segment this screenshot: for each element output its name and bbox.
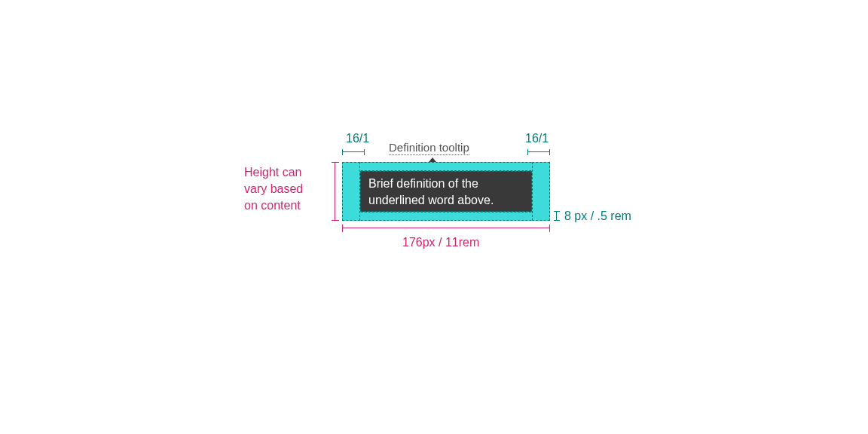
height-annotation: Height can vary based on content [244, 164, 327, 214]
padding-right-bracket-icon [527, 149, 550, 155]
padding-top-highlight [342, 162, 550, 171]
tooltip-text-line2: underlined word above. [368, 194, 494, 206]
padding-left-bracket-icon [342, 149, 365, 155]
height-note-line1: Height can [244, 166, 302, 179]
padding-bottom-highlight [342, 212, 550, 221]
padding-right-label: 16/1 [525, 132, 549, 145]
height-note-line3: on content [244, 199, 301, 212]
width-bracket-icon [342, 225, 550, 232]
height-note-line2: vary based [244, 182, 303, 195]
padding-bottom-label: 8 px / .5 rem [564, 209, 631, 223]
padding-right-highlight [532, 162, 550, 221]
tooltip-text-line1: Brief definition of the [368, 177, 478, 190]
tooltip-body: Brief definition of the underlined word … [360, 171, 532, 212]
spec-diagram: Definition tooltip Brief definition of t… [0, 0, 868, 434]
padding-left-label: 16/1 [346, 132, 369, 145]
padding-left-highlight [342, 162, 360, 221]
width-annotation: 176px / 11rem [402, 236, 479, 249]
height-bracket-icon [332, 162, 339, 221]
padding-bottom-bracket-icon [554, 211, 560, 221]
definition-tooltip-trigger[interactable]: Definition tooltip [389, 141, 469, 155]
